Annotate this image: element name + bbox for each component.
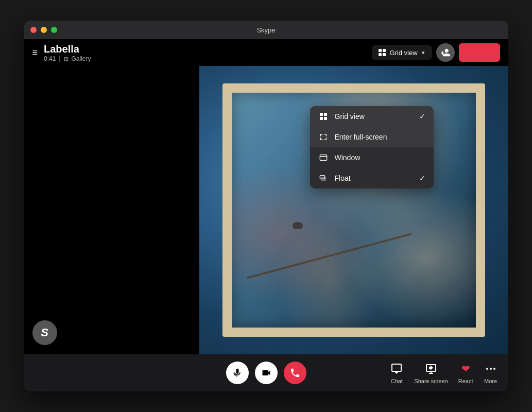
float-option-label: Float — [335, 174, 413, 182]
share-screen-button[interactable]: Share screen — [414, 362, 448, 384]
gallery-label: Gallery — [72, 55, 91, 62]
bird-2 — [293, 222, 303, 229]
grid-view-button[interactable]: Grid view ▼ — [372, 45, 432, 60]
call-info: Labella 0:41 | ⊞ Gallery — [44, 43, 372, 62]
video-button[interactable] — [255, 362, 278, 384]
svg-rect-6 — [320, 117, 323, 120]
heart-icon: ❤ — [458, 362, 473, 376]
window-option-label: Window — [335, 153, 425, 162]
chevron-down-icon: ▼ — [421, 50, 426, 56]
add-person-icon — [441, 48, 450, 57]
fullscreen-option-label: Enter full-screen — [335, 133, 425, 141]
share-screen-label: Share screen — [414, 378, 448, 384]
view-dropdown-menu: Grid view ✓ Enter full-screen — [310, 106, 434, 188]
title-bar: Skype — [24, 21, 508, 39]
svg-point-14 — [493, 368, 495, 370]
header-bar: ≡ Labella 0:41 | ⊞ Gallery — [24, 39, 508, 66]
grid-view-label: Grid view — [389, 49, 417, 57]
dropdown-item-grid-view[interactable]: Grid view ✓ — [310, 106, 434, 127]
add-participant-button[interactable] — [436, 43, 455, 62]
more-label: More — [484, 378, 497, 384]
chat-label: Chat — [391, 378, 403, 384]
hamburger-menu[interactable]: ≡ — [32, 47, 38, 58]
mute-button[interactable] — [226, 362, 249, 384]
grid-view-icon — [318, 112, 329, 121]
app-window: Skype ≡ Labella 0:41 | ⊞ Gallery — [24, 21, 508, 391]
dropdown-item-window[interactable]: Window — [310, 147, 434, 168]
grid-view-check: ✓ — [419, 112, 425, 121]
svg-rect-1 — [383, 49, 386, 52]
call-meta: 0:41 | ⊞ Gallery — [44, 55, 372, 62]
minimize-button[interactable] — [41, 27, 47, 33]
fullscreen-icon — [318, 133, 329, 141]
svg-rect-3 — [383, 53, 386, 56]
toolbar-right: Chat Share screen ❤ React — [389, 362, 497, 384]
chat-icon — [389, 362, 404, 376]
share-screen-icon — [424, 362, 438, 376]
toolbar-center — [226, 362, 306, 384]
more-icon — [484, 362, 498, 376]
svg-rect-5 — [324, 113, 327, 116]
video-area — [24, 66, 508, 354]
svg-rect-7 — [324, 117, 327, 120]
dropdown-item-float[interactable]: Float ✓ — [310, 168, 434, 188]
chat-button[interactable]: Chat — [389, 362, 404, 384]
svg-rect-0 — [379, 49, 382, 52]
header-right: Grid view ▼ — [372, 43, 500, 62]
call-timer: 0:41 — [44, 55, 56, 62]
call-action-button[interactable] — [459, 43, 500, 62]
traffic-lights — [30, 27, 57, 33]
float-icon — [318, 174, 329, 182]
main-content: ≡ Labella 0:41 | ⊞ Gallery — [24, 39, 508, 391]
video-camera-icon — [261, 368, 271, 378]
svg-rect-2 — [379, 53, 382, 56]
grid-view-option-label: Grid view — [335, 112, 413, 121]
window-icon — [318, 153, 329, 162]
end-call-button[interactable] — [284, 362, 306, 384]
microphone-icon — [232, 368, 243, 378]
grid-icon — [378, 48, 386, 57]
window-title: Skype — [256, 26, 275, 34]
bottom-toolbar: Chat Share screen ❤ React — [24, 354, 508, 391]
end-call-icon — [289, 367, 301, 379]
skype-avatar: S — [32, 320, 57, 345]
skype-initial: S — [41, 326, 48, 339]
react-button[interactable]: ❤ React — [458, 362, 473, 384]
close-button[interactable] — [30, 27, 37, 33]
more-button[interactable]: More — [484, 362, 498, 384]
react-label: React — [458, 378, 473, 384]
svg-point-13 — [490, 368, 492, 370]
svg-rect-8 — [320, 155, 327, 161]
dropdown-item-fullscreen[interactable]: Enter full-screen — [310, 127, 434, 147]
separator: | — [59, 55, 60, 62]
svg-point-12 — [486, 368, 488, 370]
float-check: ✓ — [419, 174, 425, 182]
svg-rect-4 — [320, 113, 323, 116]
left-panel — [24, 66, 199, 354]
call-name: Labella — [44, 43, 372, 55]
gallery-icon: ⊞ — [64, 56, 68, 62]
maximize-button[interactable] — [51, 27, 57, 33]
